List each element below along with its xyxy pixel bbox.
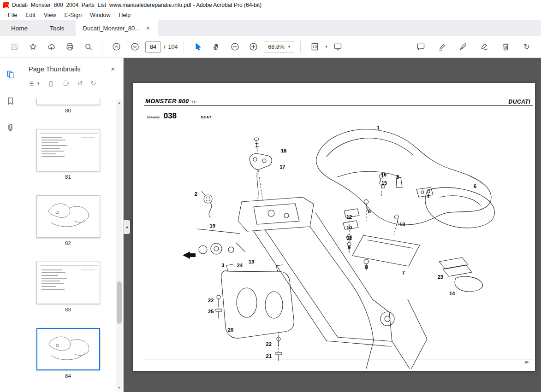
page-thumbnails-panel: Page Thumbnails × ▾ ↺ ↻ 8081828384 ▲ [21, 58, 124, 392]
navigation-rail [0, 58, 21, 392]
toolbar-separator [184, 41, 184, 53]
rail-attachments-button[interactable] [4, 121, 18, 135]
favorite-button[interactable] [25, 39, 41, 55]
find-button[interactable] [80, 39, 96, 55]
menu-esign[interactable]: E-Sign [60, 11, 86, 19]
part-callout-15: 15 [381, 180, 387, 186]
scroll-down-icon[interactable]: ▼ [116, 385, 122, 391]
select-tool-button[interactable] [190, 39, 206, 55]
scrollbar-track[interactable] [116, 105, 122, 385]
part-callout-9: 9 [348, 245, 351, 250]
page-number-input[interactable] [145, 41, 161, 53]
menu-view[interactable]: View [40, 11, 60, 19]
thumbnail-options-button[interactable]: ▾ [29, 80, 40, 88]
thumbnail-page-82[interactable]: 82 [36, 195, 100, 248]
menu-help[interactable]: Help [115, 11, 135, 19]
thumbnail-page-84[interactable]: 84 [36, 328, 100, 380]
zoom-level-dropdown[interactable]: 68.8% ▾ [264, 41, 294, 53]
annotation-tools: ↻ [413, 39, 535, 55]
comment-button[interactable] [413, 39, 428, 55]
page-display-button[interactable] [330, 39, 346, 55]
zoom-in-button[interactable] [245, 39, 261, 55]
panel-rotate-cw-button[interactable]: ↻ [90, 79, 96, 88]
part-callout-19: 19 [210, 223, 215, 228]
panel-toolbar: ▾ ↺ ↻ [21, 76, 123, 92]
toolbar-separator [102, 41, 102, 53]
thumbnail-page-number: 83 [65, 307, 71, 314]
panel-scrollbar[interactable]: ▲ ▼ [116, 99, 122, 391]
tab-document[interactable]: Ducati_Monster_80... × [76, 20, 158, 36]
page-total: 104 [168, 44, 178, 50]
thumbnail-preview[interactable] [36, 99, 100, 105]
thumbnail-table-art [37, 99, 100, 105]
footer-rule [144, 359, 533, 359]
fountain-pen-icon [458, 42, 468, 52]
collapse-left-icon: ◄ [125, 225, 129, 229]
trash-icon [501, 42, 511, 52]
menu-window[interactable]: Window [86, 11, 114, 19]
part-callout-12: 12 [346, 214, 352, 220]
tab-tools[interactable]: Tools [39, 20, 76, 36]
request-esign-button[interactable] [476, 39, 492, 55]
part-callout-11: 11 [346, 235, 352, 241]
extract-pages-icon [62, 80, 70, 88]
highlight-button[interactable] [434, 39, 450, 55]
thumbnail-page-80[interactable]: 80 [36, 99, 100, 115]
zoom-level-value: 68.8% [268, 44, 284, 50]
pdf-page: MONSTER 800i.e. DUCATI DRAWING 038 SEAT [133, 83, 535, 371]
thumbnail-page-83[interactable]: 83 [36, 262, 100, 314]
part-callout-5: 5 [397, 174, 399, 180]
print-button[interactable] [62, 39, 77, 55]
scrollbar-thumb[interactable] [117, 281, 122, 324]
hand-icon [212, 42, 221, 52]
part-callout-20: 20 [228, 327, 233, 333]
scroll-up-icon[interactable]: ▲ [116, 99, 122, 105]
hand-tool-button[interactable] [208, 39, 224, 55]
caret-down-icon: ▾ [288, 45, 291, 49]
menu-file[interactable]: File [4, 11, 21, 19]
share-button[interactable] [43, 39, 59, 55]
panel-delete-button[interactable] [47, 80, 55, 88]
thumbnail-preview[interactable] [36, 328, 100, 370]
part-callout-3: 3 [221, 263, 224, 268]
rail-page-thumbnails-button[interactable] [4, 67, 18, 81]
menu-edit[interactable]: Edit [21, 11, 40, 19]
trash-icon [47, 80, 55, 88]
thumbnail-table-art [37, 262, 100, 304]
fit-page-caret-icon[interactable]: ▾ [325, 45, 327, 49]
previous-page-button[interactable] [108, 39, 124, 55]
fit-page-button[interactable] [307, 39, 322, 55]
options-caret-icon: ▾ [37, 82, 40, 86]
collapse-panel-button[interactable]: ◄ [124, 220, 130, 234]
esign-pen-icon [480, 42, 489, 52]
part-callout-13: 13 [399, 222, 405, 227]
rotate-pages-button[interactable]: ↻ [519, 39, 535, 55]
zoom-out-button[interactable] [227, 39, 243, 55]
sign-button[interactable] [455, 39, 471, 55]
page-divider: / [164, 44, 165, 50]
thumbnail-preview[interactable] [36, 262, 100, 304]
thumbnail-preview[interactable] [36, 129, 100, 171]
highlighter-icon [437, 42, 447, 52]
bookmark-icon [6, 96, 15, 106]
delete-pages-button[interactable] [498, 39, 513, 55]
tab-home[interactable]: Home [0, 20, 39, 36]
thumbnail-preview[interactable] [36, 195, 100, 238]
part-callout-24: 24 [237, 263, 243, 268]
panel-close-icon[interactable]: × [110, 65, 116, 73]
window-title: Ducati_Monster_800_2004_Parts_List_www.m… [12, 2, 262, 8]
next-page-button[interactable] [127, 39, 143, 55]
panel-rotate-ccw-button[interactable]: ↺ [77, 79, 83, 88]
rail-bookmarks-button[interactable] [4, 94, 18, 108]
page-footer-number: 84 [525, 361, 529, 364]
panel-extract-button[interactable] [62, 80, 70, 88]
search-icon [83, 42, 93, 52]
save-button[interactable] [6, 39, 22, 55]
tab-close-icon[interactable]: × [144, 24, 152, 32]
part-callout-1: 1 [377, 125, 380, 130]
thumbnail-page-81[interactable]: 81 [36, 129, 100, 181]
share-cloud-icon [47, 42, 56, 52]
star-icon [28, 42, 38, 52]
paperclip-icon [6, 123, 15, 133]
part-callout-16: 16 [381, 172, 386, 177]
